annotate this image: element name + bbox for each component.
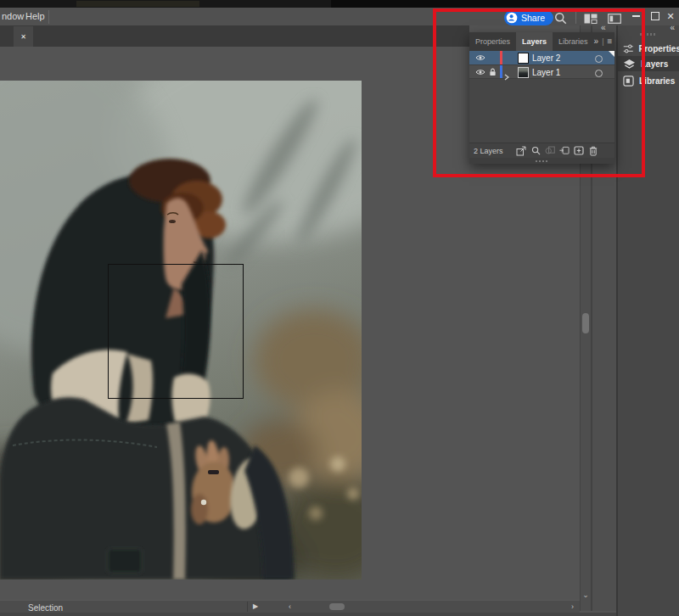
locate-object-button[interactable] (530, 146, 541, 156)
visibility-toggle[interactable] (474, 69, 487, 76)
make-clipping-mask-button[interactable] (545, 146, 555, 156)
window-close-icon: ✕ (666, 12, 674, 21)
scroll-down-icon[interactable]: ⌄ (581, 589, 591, 601)
layer-name[interactable]: Layer 2 (532, 53, 560, 63)
layer-thumbnail[interactable] (518, 67, 529, 78)
new-sublayer-icon (559, 146, 570, 155)
window-bottom-edge (0, 613, 616, 616)
menu-divider (48, 10, 49, 24)
current-tool-label: Selection (28, 603, 63, 613)
dock-item-layers[interactable]: Layers (618, 56, 679, 71)
lock-toggle[interactable] (488, 68, 497, 76)
maximize-icon (651, 12, 659, 20)
panel-tab-properties[interactable]: Properties (469, 32, 516, 51)
new-layer-icon (574, 146, 584, 155)
application-window: ⌄ « « Properties Layers (0, 0, 679, 616)
layers-panel: Properties Layers Libraries » | ≡ (469, 32, 614, 164)
dock-item-label: Properties (639, 44, 679, 53)
layer-count: 2 Layers (474, 147, 503, 155)
status-bar: Selection ▶ ‹ › (0, 600, 580, 613)
magnifier-icon (531, 146, 541, 155)
workspace-grid-icon (584, 14, 598, 24)
libraries-icon (623, 76, 634, 87)
layer-thumbnail[interactable] (518, 53, 529, 64)
dock-item-properties[interactable]: Properties (618, 41, 679, 56)
target-circle[interactable] (595, 55, 603, 63)
layers-panel-footer: 2 Layers (469, 143, 614, 158)
trash-icon (589, 146, 598, 156)
eye-icon (475, 69, 485, 76)
new-sublayer-button[interactable] (559, 146, 570, 156)
layer-list-empty-area (469, 81, 614, 143)
panel-menu-icon[interactable]: ≡ (607, 37, 612, 46)
export-icon (516, 146, 526, 156)
panel-tab-libraries[interactable]: Libraries (553, 32, 594, 51)
dock-item-label: Layers (641, 59, 668, 69)
share-button[interactable]: Share (504, 10, 553, 25)
close-button[interactable]: ✕ (663, 8, 678, 25)
close-icon: ✕ (20, 33, 26, 41)
document-tab-bar: ✕ (0, 25, 469, 47)
layer-name[interactable]: Layer 1 (532, 68, 560, 77)
panel-layout-icon (608, 14, 621, 24)
sliders-icon (623, 43, 634, 54)
layers-icon (623, 59, 636, 70)
minimize-icon (632, 15, 640, 17)
document-tab-close-button[interactable]: ✕ (14, 26, 33, 47)
search-button[interactable] (554, 12, 567, 25)
status-menu-arrow-icon[interactable]: ▶ (253, 602, 258, 610)
new-layer-button[interactable] (574, 146, 584, 156)
vertical-scrollbar-thumb[interactable] (582, 313, 589, 333)
panel-divider: | (602, 37, 603, 46)
layer-color-bar (500, 51, 502, 64)
menu-item-window[interactable]: ndow (2, 11, 24, 21)
clipping-mask-icon (545, 146, 555, 155)
menubar-divider (575, 11, 576, 24)
layer-list: Layer 2 (469, 51, 614, 79)
search-icon (554, 12, 567, 25)
selection-marquee (108, 264, 244, 399)
layer-color-bar (500, 65, 502, 78)
menu-bar: ndow Help Share (0, 8, 679, 25)
right-dock: « Properties Layers Libraries (616, 22, 679, 616)
dock-item-label: Libraries (639, 76, 675, 86)
collect-for-export-button[interactable] (516, 146, 526, 156)
arrange-documents-button[interactable] (584, 14, 598, 24)
panel-overflow-icon[interactable]: » (594, 37, 599, 46)
minimize-button[interactable] (628, 8, 643, 25)
lock-icon (489, 68, 497, 76)
delete-layer-button[interactable] (588, 146, 598, 156)
eye-icon (475, 54, 485, 61)
panel-resize-handle[interactable] (469, 158, 614, 164)
dock-drag-handle[interactable] (640, 33, 655, 36)
panel-tab-bar: Properties Layers Libraries » | ≡ (469, 32, 614, 51)
maximize-button[interactable] (648, 8, 663, 25)
scroll-left-icon[interactable]: ‹ (289, 602, 291, 611)
workspace-switcher-button[interactable] (608, 14, 621, 24)
share-label: Share (521, 13, 545, 23)
desktop-edge-strip (0, 0, 679, 8)
layer-row-layer1[interactable]: Layer 1 (469, 65, 614, 79)
panel-tab-layers[interactable]: Layers (516, 32, 553, 51)
share-person-icon (506, 12, 518, 24)
horizontal-scrollbar-thumb[interactable] (329, 603, 345, 610)
visibility-toggle[interactable] (474, 54, 487, 61)
scroll-right-icon[interactable]: › (571, 602, 574, 611)
panel-corner-indicator (609, 51, 614, 57)
menu-item-help[interactable]: Help (25, 11, 45, 21)
target-circle[interactable] (595, 70, 603, 77)
status-divider (247, 602, 248, 612)
dock-item-libraries[interactable]: Libraries (618, 73, 679, 88)
layer-row-layer2[interactable]: Layer 2 (469, 51, 614, 65)
